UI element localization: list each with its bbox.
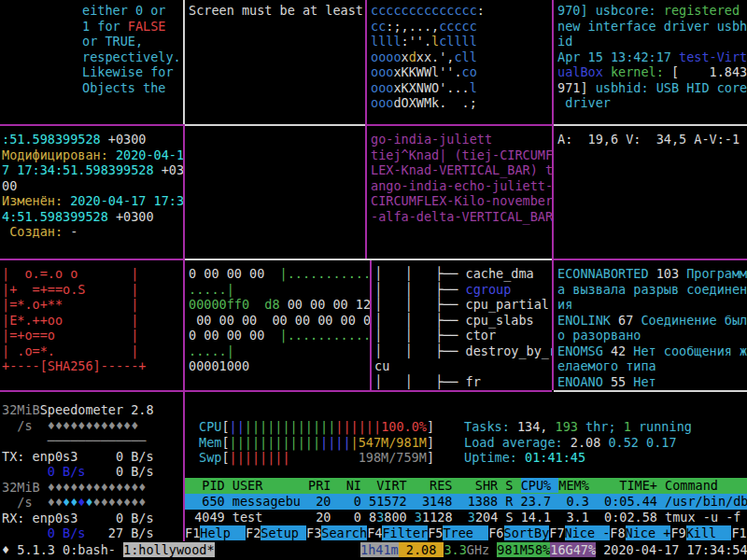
pane-border: [552, 0, 554, 390]
ascii-art-content: cccccccccccccc:cc:;,...,cccccllll:''.lcl…: [371, 3, 485, 111]
pane-slab-tree[interactable]: │ │ ├── cache_dma│ │ ├── cgroup│ │ ├── c…: [372, 260, 552, 390]
pane-hexdump[interactable]: 0 00 00 00 |................|00000ff0 d8…: [185, 260, 368, 390]
ssh-randomart-content: | o.=.o o ||+ =+==o.S ||=*.o+** ||E*.++o…: [2, 266, 146, 374]
pane-border: [554, 259, 747, 260]
pane-border: [185, 124, 365, 126]
tmux-status-bar: ♦ 5.1.3 0:bash- 1:hollywood* 1h41m 2.08 …: [0, 541, 747, 560]
status-system-badges: 1h41m 2.08 3.3GHz 981M58%16G47% 2020-04-…: [360, 542, 747, 558]
pane-border: [183, 124, 185, 541]
pane-border: [370, 260, 372, 390]
status-window-list[interactable]: ♦ 5.1.3 0:bash- 1:hollywood*: [2, 542, 357, 558]
pane-border: [367, 124, 552, 126]
pane-border: [554, 390, 747, 392]
pane-border: [554, 124, 747, 126]
slab-tree-content: │ │ ├── cache_dma│ │ ├── cgroup│ │ ├── c…: [374, 266, 557, 389]
pane-phonetic-output[interactable]: go-india-julietttiej^Knad| (tiej-CIRCUMF…: [367, 126, 552, 259]
pane-border: [183, 0, 185, 124]
process-row[interactable]: 4049 test 20 0 83800 31128 3204 S 14.1 3…: [185, 510, 747, 525]
htop-summary: Tasks: 134, 193 thr; 1 runningLoad avera…: [464, 419, 692, 466]
speedometer-content: 32MiBSpeedometer 2.8 /s ♦♦♦♦♦♦♦♦♦♦♦♦ ───…: [2, 402, 154, 541]
screen-message-content: Screen must be at least: [189, 3, 363, 19]
dmesg-log-content: 970] usbcore: registerednew interface dr…: [557, 3, 747, 111]
phonetic-output-content: go-india-julietttiej^Knad| (tiej-CIRCUMF…: [371, 132, 553, 224]
pane-dmesg-log[interactable]: 970] usbcore: registerednew interface dr…: [554, 0, 747, 124]
pane-ssh-randomart[interactable]: | o.=.o o ||+ =+==o.S ||=*.o+** ||E*.++o…: [0, 260, 183, 390]
pane-border: [365, 0, 367, 260]
pane-sensor-readout[interactable]: A: 19,6 V: 34,5 A-V:-1: [554, 126, 747, 259]
pane-border: [0, 259, 183, 260]
pane-screen-message[interactable]: Screen must be at least: [185, 0, 365, 124]
errno-list-content: ECONNABORTED 103 Программа вызвала разры…: [557, 266, 747, 389]
pane-border: [0, 124, 183, 126]
doc-text-content: either 0 or1 for FALSEor TRUE,respective…: [82, 3, 181, 95]
function-key-bar[interactable]: F1Help F2Setup F3SearchF4FilterF5Tree F6…: [185, 525, 747, 541]
pane-file-stat[interactable]: :51.598399528 +0300Модифицирован: 2020-0…: [0, 126, 183, 259]
process-table-header[interactable]: PID USER PRI NI VIRT RES SHR S CPU% MEM%…: [185, 478, 747, 494]
pane-htop[interactable]: CPU[||||||||||||||||||||100.0%]Mem[|||||…: [185, 392, 747, 541]
pane-border: [0, 390, 552, 392]
pane-border: [185, 259, 552, 260]
htop-meters: CPU[||||||||||||||||||||100.0%]Mem[|||||…: [199, 419, 434, 466]
pane-speedometer[interactable]: 32MiBSpeedometer 2.8 /s ♦♦♦♦♦♦♦♦♦♦♦♦ ───…: [0, 392, 183, 541]
hexdump-content: 0 00 00 00 |................|00000ff0 d8…: [189, 266, 371, 374]
pane-ascii-art[interactable]: cccccccccccccc:cc:;,...,cccccllll:''.lcl…: [367, 0, 552, 124]
process-row-selected[interactable]: 650 messagebu 20 0 51572 3148 1388 R 23.…: [185, 494, 747, 510]
file-stat-content: :51.598399528 +0300Модифицирован: 2020-0…: [2, 132, 184, 240]
pane-doc-text[interactable]: either 0 or1 for FALSEor TRUE,respective…: [0, 0, 183, 124]
pane-errno-list[interactable]: ECONNABORTED 103 Программа вызвала разры…: [554, 260, 747, 390]
sensor-readout-content: A: 19,6 V: 34,5 A-V:-1: [557, 132, 740, 147]
